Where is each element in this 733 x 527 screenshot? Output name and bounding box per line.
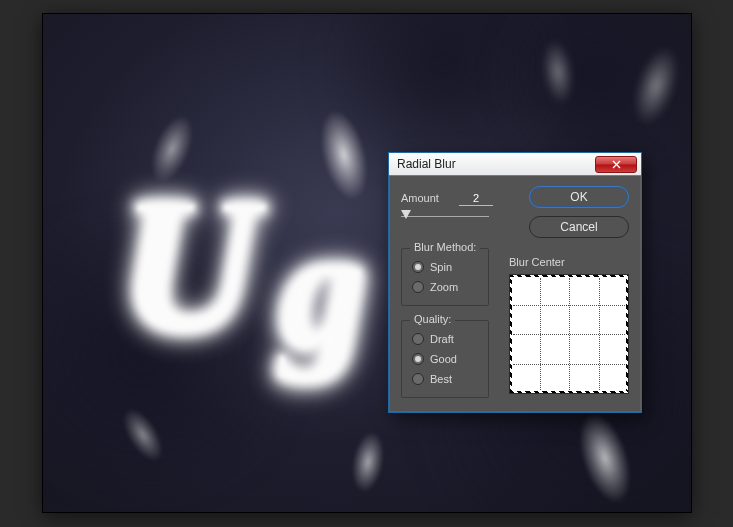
ok-button[interactable]: OK	[529, 186, 629, 208]
radio-spin[interactable]: Spin	[412, 257, 478, 277]
close-button[interactable]	[595, 156, 637, 173]
feather-shape	[348, 430, 388, 494]
radio-icon	[412, 333, 424, 345]
radio-zoom[interactable]: Zoom	[412, 277, 478, 297]
radio-icon	[412, 353, 424, 365]
blur-method-group: Blur Method: Spin Zoom	[401, 248, 489, 306]
amount-input[interactable]	[459, 190, 493, 206]
radio-icon	[412, 261, 424, 273]
radio-icon	[412, 281, 424, 293]
dialog-title: Radial Blur	[397, 157, 456, 171]
radio-label: Draft	[430, 333, 454, 345]
radio-label: Spin	[430, 261, 452, 273]
radio-label: Best	[430, 373, 452, 385]
fluffy-letter-u: U	[121, 156, 258, 374]
close-icon	[612, 160, 621, 169]
radio-label: Zoom	[430, 281, 458, 293]
amount-slider[interactable]	[401, 210, 489, 224]
radio-best[interactable]: Best	[412, 369, 478, 389]
blur-center-preview[interactable]	[509, 274, 629, 394]
quality-group: Quality: Draft Good Best	[401, 320, 489, 398]
amount-label: Amount	[401, 192, 449, 204]
radio-draft[interactable]: Draft	[412, 329, 478, 349]
cancel-button[interactable]: Cancel	[529, 216, 629, 238]
radio-good[interactable]: Good	[412, 349, 478, 369]
radio-label: Good	[430, 353, 457, 365]
radio-icon	[412, 373, 424, 385]
blur-center-label: Blur Center	[509, 256, 629, 268]
fluffy-letter-g: g	[281, 192, 366, 387]
dialog-titlebar[interactable]: Radial Blur	[389, 153, 641, 176]
quality-title: Quality:	[410, 313, 455, 325]
slider-thumb-icon[interactable]	[401, 210, 411, 219]
radial-blur-dialog: Radial Blur OK Cancel Amount Blur Method…	[388, 152, 642, 413]
blur-method-title: Blur Method:	[410, 241, 480, 253]
